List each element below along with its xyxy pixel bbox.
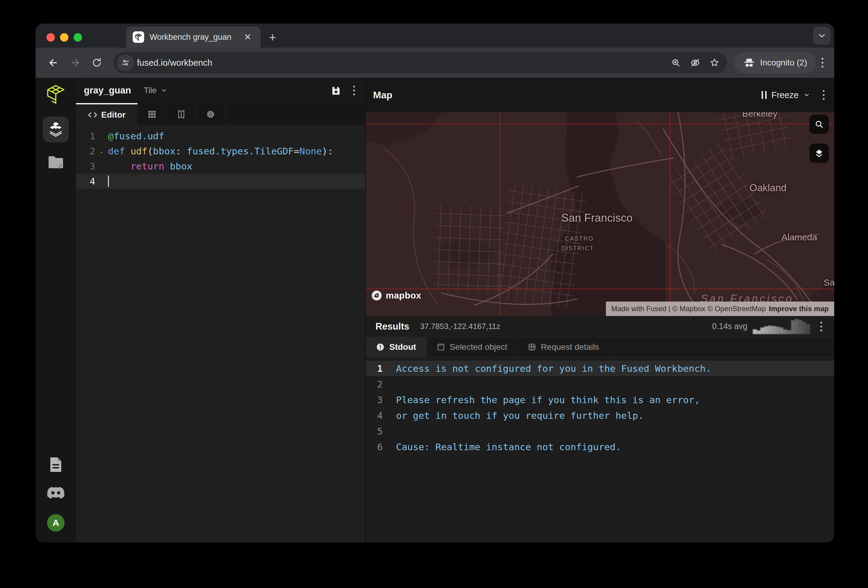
browser-tab[interactable]: Workbench gray_guan ✕ xyxy=(126,27,261,48)
zoom-window-button[interactable] xyxy=(74,33,82,41)
tile-grid-line xyxy=(670,112,670,316)
code-line[interactable]: 3 return bbox xyxy=(76,159,365,174)
editor-panel: gray_guan Tile xyxy=(76,78,366,542)
editor-menu-button[interactable] xyxy=(351,83,357,98)
window-icon xyxy=(437,343,445,351)
fused-workbench: A gray_guan Tile xyxy=(35,78,834,542)
freeze-button[interactable]: Freeze xyxy=(762,90,810,100)
tab-stdout[interactable]: Stdout xyxy=(366,337,427,357)
udf-name[interactable]: gray_guan xyxy=(84,85,131,96)
save-button[interactable] xyxy=(328,82,344,99)
chevron-down-icon xyxy=(803,92,810,98)
sparkline-bar xyxy=(772,326,776,334)
code-token: def xyxy=(108,146,131,156)
tab-search-button[interactable] xyxy=(813,27,831,45)
fused-logo[interactable] xyxy=(46,84,66,104)
text-cursor xyxy=(108,175,109,187)
close-window-button[interactable] xyxy=(46,33,55,41)
code-editor[interactable]: 1@fused.udf2⌄def udf(bbox: fused.types.T… xyxy=(76,125,365,542)
code-token: ): xyxy=(322,146,333,156)
stdout-line: 4or get in touch if you require further … xyxy=(366,408,834,423)
address-bar[interactable]: fused.io/workbench xyxy=(114,52,727,73)
fused-favicon-icon xyxy=(133,31,144,43)
eye-off-icon[interactable] xyxy=(687,55,703,71)
stdout-output[interactable]: 1Access is not configured for you in the… xyxy=(366,357,834,542)
sidebar-item-add-folder[interactable] xyxy=(47,155,64,169)
stdout-text: or get in touch if you require further h… xyxy=(396,410,644,421)
tab-visualize[interactable] xyxy=(167,103,196,125)
code-line[interactable]: 2⌄def udf(bbox: fused.types.TileGDF=None… xyxy=(76,143,365,159)
stdout-text: Access is not configured for you in the … xyxy=(396,363,711,374)
screen: Workbench gray_guan ✕ + fus xyxy=(0,0,868,588)
line-number: 2 xyxy=(366,379,383,390)
tab-strip: Workbench gray_guan ✕ + xyxy=(35,24,834,48)
editor-header: gray_guan Tile xyxy=(76,78,365,103)
gear-icon xyxy=(206,110,215,119)
tab-settings[interactable] xyxy=(196,103,225,125)
line-number: 4 xyxy=(76,176,95,187)
line-number: 1 xyxy=(76,131,95,141)
map-attribution: Made with Fused | © Mapbox © OpenStreetM… xyxy=(606,302,834,316)
pause-icon xyxy=(762,91,767,99)
results-menu-button[interactable] xyxy=(818,319,825,334)
sparkline-bar xyxy=(787,330,791,334)
latency-sparkline xyxy=(753,319,810,334)
improve-map-link[interactable]: Improve this map xyxy=(769,305,829,313)
code-line[interactable]: 1@fused.udf xyxy=(76,128,365,143)
line-number: 6 xyxy=(366,441,383,452)
mapbox-logo[interactable]: mapbox xyxy=(371,290,421,301)
tab-request-details[interactable]: Request details xyxy=(518,337,610,357)
code-token: udf xyxy=(131,146,148,156)
sidebar-item-docs[interactable] xyxy=(49,457,63,473)
stdout-line: 5 xyxy=(366,423,834,439)
map-menu-button[interactable] xyxy=(820,88,827,102)
code-token: = xyxy=(294,146,300,156)
sparkline-bar xyxy=(779,327,784,334)
attribution-text[interactable]: Made with Fused | © Mapbox © OpenStreetM… xyxy=(611,305,766,313)
user-avatar[interactable]: A xyxy=(47,514,65,532)
line-number: 5 xyxy=(366,426,383,437)
incognito-badge[interactable]: Incognito (2) xyxy=(734,52,816,74)
sparkline-bar xyxy=(803,322,806,334)
mode-dropdown[interactable]: Tile xyxy=(144,86,168,95)
forward-button[interactable] xyxy=(66,53,84,72)
code-token xyxy=(108,161,131,172)
avg-latency: 0.14s avg xyxy=(712,322,747,331)
layers-icon xyxy=(814,148,824,158)
fold-chevron-icon[interactable]: ⌄ xyxy=(95,147,108,155)
tab-editor[interactable]: Editor xyxy=(76,103,137,125)
code-token: bbox xyxy=(153,146,176,156)
browser-menu-button[interactable] xyxy=(819,56,826,70)
zoom-page-icon[interactable] xyxy=(668,55,684,71)
back-button[interactable] xyxy=(44,53,63,72)
map-label-castro-2: DISTRICT xyxy=(561,245,594,252)
results-header: Results 37.7853,-122.4167,11z 0.14s avg xyxy=(366,316,834,337)
map-search-button[interactable] xyxy=(809,115,829,134)
tab-selected-object[interactable]: Selected object xyxy=(427,337,518,357)
tab-close-icon[interactable]: ✕ xyxy=(242,31,254,43)
tile-grid-line xyxy=(366,289,834,289)
results-title: Results xyxy=(375,321,409,332)
tab-selected-object-label: Selected object xyxy=(450,342,507,352)
minimize-window-button[interactable] xyxy=(60,33,68,41)
code-line[interactable]: 4 xyxy=(76,174,365,189)
document-icon xyxy=(49,457,63,473)
sparkline-bar xyxy=(806,324,810,334)
site-settings-icon[interactable] xyxy=(117,54,134,71)
results-tab-bar: Stdout Selected object Request details xyxy=(366,337,834,357)
map-canvas[interactable]: Berkeley Oakland Alameda San Francisco C… xyxy=(366,112,834,316)
sparkline-bar xyxy=(776,327,779,334)
map-label-alameda: Alameda xyxy=(781,232,817,242)
code-token: ( xyxy=(148,146,153,156)
sidebar-item-udf-explorer[interactable] xyxy=(43,116,69,142)
reload-button[interactable] xyxy=(87,53,106,72)
bookmark-star-icon[interactable] xyxy=(706,55,723,71)
mode-label: Tile xyxy=(144,86,157,95)
map-layers-button[interactable] xyxy=(809,143,829,163)
stdout-line: 6Cause: Realtime instance not configured… xyxy=(366,439,834,455)
new-tab-button[interactable]: + xyxy=(269,31,276,43)
sidebar-item-discord[interactable] xyxy=(47,486,65,500)
tab-modules[interactable] xyxy=(137,103,167,125)
stdout-line: 3Please refresh the page if you think th… xyxy=(366,392,834,408)
code-token: fused.types.TileGDF xyxy=(187,146,294,156)
